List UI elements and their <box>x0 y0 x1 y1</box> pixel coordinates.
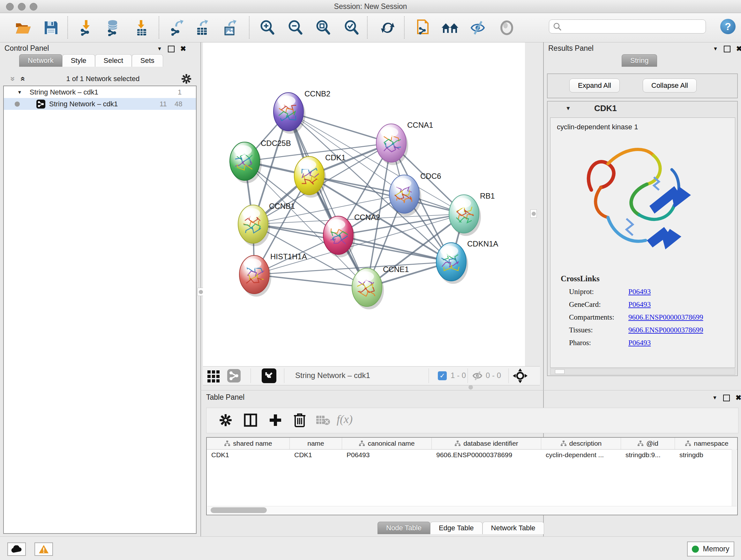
table-cell[interactable]: 9606.ENSP00000378699 <box>432 449 541 460</box>
selected-checkbox-icon[interactable]: ✓ <box>438 371 447 380</box>
grid-view-icon[interactable] <box>207 370 221 382</box>
clone-network-button[interactable] <box>414 19 432 37</box>
network-edges[interactable] <box>245 112 464 287</box>
column-header-description[interactable]: description <box>541 438 621 449</box>
tab-string[interactable]: String <box>622 54 657 67</box>
memory-button[interactable]: Memory <box>687 542 734 557</box>
panel-float-icon[interactable] <box>723 395 730 401</box>
tab-style[interactable]: Style <box>62 54 95 67</box>
column-header--id[interactable]: @id <box>621 438 675 449</box>
network-node-CDC25B[interactable]: CDC25B <box>230 139 291 183</box>
column-header-database-identifier[interactable]: database identifier <box>432 438 541 449</box>
network-row[interactable]: String Network – cdk1 11 48 <box>4 98 196 110</box>
table-cell[interactable]: stringdb:9... <box>621 449 675 460</box>
panel-float-icon[interactable] <box>168 46 175 52</box>
expand-all-icon[interactable]: » <box>18 77 26 81</box>
network-canvas[interactable]: CCNB2CCNA1CDC25BCDK1CDC6RB1CCNB1CCNA2CDK… <box>203 43 525 366</box>
search-field[interactable] <box>549 19 706 34</box>
tab-sets[interactable]: Sets <box>132 54 163 67</box>
export-table-button[interactable] <box>193 19 211 37</box>
tab-edge-table[interactable]: Edge Table <box>430 522 482 534</box>
save-session-button[interactable] <box>42 19 60 37</box>
table-cell[interactable]: CDK1 <box>290 449 342 460</box>
show-columns-icon[interactable] <box>244 413 258 427</box>
column-header-namespace[interactable]: namespace <box>675 438 738 449</box>
panel-menu-arrow-icon[interactable]: ▼ <box>712 395 718 401</box>
hide-graphics-details-button[interactable] <box>469 19 487 37</box>
table-row[interactable]: CDK1CDK1P064939606.ENSP00000378699cyclin… <box>207 449 737 460</box>
network-collection-row[interactable]: ▼ String Network – cdk1 1 <box>4 86 196 98</box>
network-node-CCNA1[interactable]: CCNA1 <box>376 121 433 165</box>
network-node-CCNB1[interactable]: CCNB1 <box>238 202 295 246</box>
cloud-status-button[interactable] <box>7 543 26 556</box>
table-vscrollbar[interactable] <box>732 449 737 506</box>
add-column-plus-icon[interactable] <box>268 413 282 427</box>
export-network-button[interactable] <box>168 19 186 37</box>
crosslink-value-link[interactable]: 9606.ENSP00000378699 <box>628 326 703 334</box>
horizontal-splitter-handle[interactable] <box>468 385 473 389</box>
expand-all-button[interactable]: Expand All <box>569 78 620 92</box>
warning-status-button[interactable] <box>35 543 53 556</box>
column-header-shared-name[interactable]: shared name <box>207 438 290 449</box>
panel-close-icon[interactable]: ✖ <box>180 45 186 52</box>
export-image-button[interactable] <box>221 19 239 37</box>
column-header-canonical-name[interactable]: canonical name <box>342 438 432 449</box>
network-node-CDC6[interactable]: CDC6 <box>389 172 441 216</box>
network-node-HIST1H1A[interactable]: HIST1H1A <box>239 252 307 297</box>
import-table-button[interactable] <box>133 19 151 37</box>
tab-network-table[interactable]: Network Table <box>482 522 544 534</box>
network-node-CCNB2[interactable]: CCNB2 <box>273 89 330 134</box>
search-input[interactable] <box>561 22 705 31</box>
help-button[interactable]: ? <box>720 19 736 34</box>
crosslink-value-link[interactable]: P06493 <box>628 300 651 309</box>
panel-menu-arrow-icon[interactable]: ▼ <box>713 46 718 52</box>
tab-select[interactable]: Select <box>95 54 132 67</box>
panel-close-icon[interactable]: ✖ <box>736 45 741 52</box>
network-node-RB1[interactable]: RB1 <box>449 192 495 236</box>
tab-node-table[interactable]: Node Table <box>378 522 430 534</box>
home-button[interactable] <box>441 19 459 37</box>
table-cell[interactable]: stringdb <box>675 449 738 460</box>
table-hscrollbar[interactable] <box>207 506 737 514</box>
protein-collapse-icon[interactable]: ▼ <box>565 105 571 112</box>
string-network-gray-icon[interactable] <box>227 369 241 382</box>
save-floppy-icon <box>44 20 59 36</box>
gear-icon[interactable] <box>181 74 192 84</box>
panel-menu-arrow-icon[interactable]: ▼ <box>157 46 162 52</box>
table-cell[interactable]: P06493 <box>342 449 432 460</box>
network-node-CDK1[interactable]: CDK1 <box>294 153 346 198</box>
zoom-selected-button[interactable] <box>343 19 360 37</box>
panel-float-icon[interactable] <box>724 46 731 52</box>
network-edge-HIST1H1A-CCNE1[interactable] <box>254 274 367 287</box>
tab-network[interactable]: Network <box>19 54 62 67</box>
refresh-button[interactable] <box>379 19 397 37</box>
collapse-all-icon[interactable]: » <box>9 77 17 81</box>
table-cell[interactable]: CDK1 <box>207 449 290 460</box>
collapse-all-button[interactable]: Collapse All <box>643 78 697 92</box>
import-network-from-database-button[interactable] <box>104 19 122 37</box>
zoom-fit-button[interactable] <box>314 19 332 37</box>
network-node-CDKN1A[interactable]: CDKN1A <box>436 240 498 284</box>
crosslink-value-link[interactable]: P06493 <box>628 339 651 347</box>
panel-close-icon[interactable]: ✖ <box>736 394 741 401</box>
houses-icon <box>441 20 459 36</box>
right-splitter-handle[interactable] <box>530 209 537 218</box>
zoom-out-button[interactable] <box>286 19 305 37</box>
column-header-name[interactable]: name <box>290 438 342 449</box>
results-hscrollbar[interactable] <box>550 368 735 375</box>
network-edge-CCNA2-CDKN1A[interactable] <box>338 235 451 262</box>
table-cell[interactable]: cyclin-dependent ... <box>541 449 621 460</box>
crosslink-value-link[interactable]: P06493 <box>628 288 651 296</box>
network-node-CCNE1[interactable]: CCNE1 <box>352 265 409 309</box>
zoom-in-button[interactable] <box>259 19 276 37</box>
crosshair-icon[interactable] <box>512 368 528 384</box>
open-session-button[interactable] <box>14 19 32 37</box>
scrollbar-thumb[interactable] <box>211 507 267 513</box>
import-network-from-file-button[interactable] <box>77 19 95 37</box>
collection-collapse-icon[interactable]: ▼ <box>17 89 22 95</box>
crosslink-value-link[interactable]: 9606.ENSP00000378699 <box>628 313 703 321</box>
table-settings-gear-icon[interactable] <box>219 414 232 427</box>
delete-trash-icon[interactable] <box>293 413 306 428</box>
show-graphics-details-button[interactable] <box>498 19 516 37</box>
birdseye-view-icon[interactable] <box>262 368 276 383</box>
